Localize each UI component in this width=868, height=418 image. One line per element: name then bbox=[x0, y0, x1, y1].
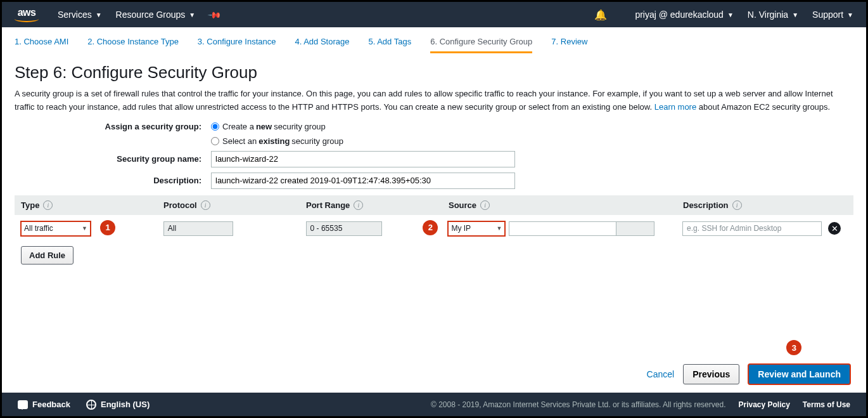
add-rule-button[interactable]: Add Rule bbox=[21, 246, 73, 265]
services-label: Services bbox=[58, 10, 92, 20]
radio-new-pre: Create a bbox=[222, 122, 254, 131]
learn-more-link[interactable]: Learn more bbox=[654, 102, 696, 112]
radio-existing-bold: existing bbox=[258, 136, 290, 146]
sg-name-input[interactable] bbox=[211, 151, 515, 167]
resource-groups-menu[interactable]: Resource Groups ▼ bbox=[116, 10, 196, 20]
rule-type-select[interactable]: All traffic ▼ bbox=[21, 221, 91, 236]
rule-source-select[interactable]: My IP ▼ bbox=[448, 221, 505, 236]
tab-choose-ami[interactable]: 1. Choose AMI bbox=[15, 37, 68, 53]
col-port-label: Port Range bbox=[306, 200, 350, 210]
radio-select-existing[interactable]: Select an existing security group bbox=[211, 136, 343, 146]
rule-source-ip-input[interactable] bbox=[509, 221, 616, 236]
sg-desc-label: Description: bbox=[15, 176, 211, 185]
previous-button[interactable]: Previous bbox=[683, 364, 739, 384]
radio-new-bold: new bbox=[256, 122, 272, 131]
desc-text-after: about Amazon EC2 security groups. bbox=[696, 102, 830, 112]
chevron-down-icon: ▼ bbox=[847, 11, 853, 18]
chevron-down-icon: ▼ bbox=[727, 11, 734, 18]
rules-table: Typei Protocoli Port Rangei Sourcei Desc… bbox=[15, 195, 853, 242]
info-icon[interactable]: i bbox=[480, 200, 490, 210]
callout-badge-2: 2 bbox=[423, 220, 438, 235]
radio-existing-input[interactable] bbox=[211, 137, 219, 145]
tab-add-tags[interactable]: 5. Add Tags bbox=[368, 37, 411, 53]
rule-protocol-field: All bbox=[163, 221, 233, 236]
col-desc-label: Description bbox=[683, 200, 729, 210]
page-title: Step 6: Configure Security Group bbox=[15, 63, 853, 82]
top-nav: aws Services ▼ Resource Groups ▼ 📌 🔔 pri… bbox=[2, 2, 866, 27]
globe-icon bbox=[86, 400, 96, 410]
support-menu[interactable]: Support ▼ bbox=[812, 10, 853, 20]
account-label: priyaj @ edurekacloud bbox=[635, 10, 724, 20]
rules-header: Typei Protocoli Port Rangei Sourcei Desc… bbox=[15, 195, 853, 215]
info-icon[interactable]: i bbox=[732, 200, 742, 210]
support-label: Support bbox=[812, 10, 843, 20]
rule-row: All traffic ▼ 1 All 0 - 65535 2 My bbox=[15, 215, 853, 242]
info-icon[interactable]: i bbox=[43, 200, 53, 210]
rule-source-extra bbox=[616, 221, 654, 236]
region-label: N. Virginia bbox=[748, 10, 788, 20]
chevron-down-icon: ▼ bbox=[792, 11, 798, 18]
callout-badge-3: 3 bbox=[786, 340, 801, 355]
chat-icon bbox=[18, 400, 28, 409]
radio-create-new[interactable]: Create a new security group bbox=[211, 122, 326, 131]
radio-new-post: security group bbox=[274, 122, 326, 131]
feedback-label: Feedback bbox=[32, 400, 70, 409]
region-menu[interactable]: N. Virginia ▼ bbox=[748, 10, 798, 20]
radio-create-new-input[interactable] bbox=[211, 122, 219, 131]
col-type-label: Type bbox=[21, 200, 39, 210]
col-source-label: Source bbox=[449, 200, 476, 210]
footer: Feedback English (US) © 2008 - 2019, Ama… bbox=[2, 393, 866, 416]
rule-port-value: 0 - 65535 bbox=[310, 224, 343, 233]
assign-sg-label: Assign a security group: bbox=[15, 122, 211, 131]
pin-icon: 📌 bbox=[207, 7, 222, 22]
tab-instance-type[interactable]: 2. Choose Instance Type bbox=[87, 37, 179, 53]
delete-rule-button[interactable]: ✕ bbox=[828, 222, 841, 235]
rule-type-value: All traffic bbox=[24, 224, 53, 233]
tab-review[interactable]: 7. Review bbox=[551, 37, 587, 53]
services-menu[interactable]: Services ▼ bbox=[58, 10, 102, 20]
chevron-down-icon: ▼ bbox=[189, 11, 195, 18]
rule-source-value: My IP bbox=[451, 224, 471, 233]
aws-logo[interactable]: aws bbox=[15, 7, 39, 22]
info-icon[interactable]: i bbox=[201, 200, 210, 210]
account-menu[interactable]: priyaj @ edurekacloud ▼ bbox=[635, 10, 733, 20]
col-protocol-label: Protocol bbox=[163, 200, 197, 210]
rule-port-field: 0 - 65535 bbox=[306, 221, 382, 236]
chevron-down-icon: ▼ bbox=[82, 225, 87, 232]
sg-desc-input[interactable] bbox=[211, 173, 515, 189]
radio-existing-post: security group bbox=[291, 136, 343, 146]
cancel-link[interactable]: Cancel bbox=[647, 369, 675, 379]
copyright-text: © 2008 - 2019, Amazon Internet Services … bbox=[431, 400, 726, 409]
aws-smile-icon bbox=[15, 16, 39, 22]
tab-add-storage[interactable]: 4. Add Storage bbox=[295, 37, 349, 53]
page-content: Step 6: Configure Security Group A secur… bbox=[2, 53, 866, 274]
wizard-tabs: 1. Choose AMI 2. Choose Instance Type 3.… bbox=[2, 27, 866, 53]
resource-groups-label: Resource Groups bbox=[116, 10, 186, 20]
terms-of-use-link[interactable]: Terms of Use bbox=[803, 400, 850, 409]
bell-icon: 🔔 bbox=[594, 9, 607, 21]
notifications-button[interactable]: 🔔 bbox=[594, 9, 621, 21]
language-label: English (US) bbox=[101, 400, 150, 409]
rule-protocol-value: All bbox=[168, 224, 176, 233]
sg-name-label: Security group name: bbox=[15, 154, 211, 164]
chevron-down-icon: ▼ bbox=[496, 225, 502, 232]
review-and-launch-button[interactable]: Review and Launch bbox=[748, 364, 850, 384]
chevron-down-icon: ▼ bbox=[96, 11, 102, 18]
info-icon[interactable]: i bbox=[354, 200, 363, 210]
page-description: A security group is a set of firewall ru… bbox=[15, 88, 853, 114]
close-icon: ✕ bbox=[831, 224, 838, 233]
privacy-policy-link[interactable]: Privacy Policy bbox=[738, 400, 789, 409]
wizard-actions: Cancel Previous 3 Review and Launch bbox=[647, 364, 850, 384]
language-selector[interactable]: English (US) bbox=[86, 400, 150, 410]
tab-security-group[interactable]: 6. Configure Security Group bbox=[430, 37, 532, 53]
rule-description-input[interactable] bbox=[682, 221, 822, 236]
callout-badge-1: 1 bbox=[100, 220, 115, 235]
tab-configure-instance[interactable]: 3. Configure Instance bbox=[198, 37, 276, 53]
feedback-button[interactable]: Feedback bbox=[18, 400, 70, 409]
radio-existing-pre: Select an bbox=[222, 136, 257, 146]
pin-button[interactable]: 📌 bbox=[209, 10, 220, 20]
